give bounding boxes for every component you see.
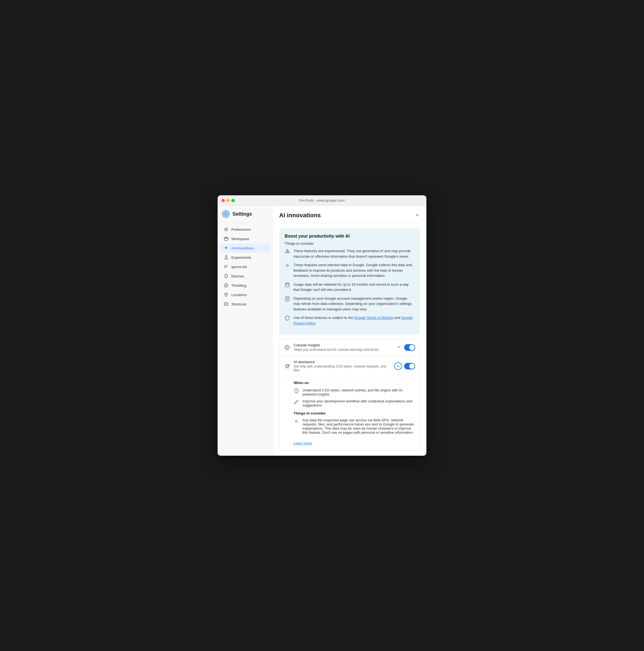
console-insights-toggle[interactable] [404,344,415,351]
svg-point-15 [287,349,287,350]
devices-label: Devices [231,274,244,278]
main-header: AI innovations × [279,211,420,224]
throttling-icon [224,283,228,288]
when-on-item-2: Improve your development workflow with c… [294,399,415,407]
maximize-traffic-light[interactable] [231,199,235,202]
info-item-google-data-text: These features send relevant data to Goo… [294,262,414,279]
sidebar-item-locations[interactable]: Locations [219,290,271,300]
when-on-item-1: Understand CSS styles, network activity,… [294,388,415,396]
svg-point-18 [296,390,297,390]
main-panel: AI innovations × Boost your productivity… [273,206,426,456]
minimize-traffic-light[interactable] [226,199,230,202]
info-item-terms: Use of these features is subject to the … [285,315,414,326]
info-item-account: Depending on your Google account managem… [285,296,414,312]
traffic-lights [221,199,235,202]
when-on-item-2-text: Improve your development workflow with c… [303,399,415,407]
console-insights-row: Console Insights Helps you understand an… [279,339,420,356]
console-insights-actions [396,344,415,351]
sidebar-item-ignore-list[interactable]: Ignore list [219,262,271,271]
calendar-icon [285,282,290,288]
sidebar: Settings Preferences [218,206,273,456]
ignore-list-label: Ignore list [231,265,247,269]
sidebar-item-throttling[interactable]: Throttling [219,281,271,290]
ai-innovations-label: AI innovations [231,246,254,250]
ai-assistance-desc: Get help with understanding CSS styles, … [294,365,391,372]
experiments-icon [224,255,228,260]
svg-point-2 [225,213,227,215]
svg-point-14 [286,347,288,348]
console-insights-content: Console Insights Helps you understand an… [294,343,393,351]
close-traffic-light[interactable] [221,199,225,202]
experiments-label: Experiments [231,255,251,259]
tos-link[interactable]: Google Terms of Service [354,316,393,320]
ai-assistance-actions [394,362,415,370]
experimental-icon [285,249,290,254]
ai-assistance-row: AI assistance Get help with understandin… [279,356,420,376]
google-icon-1: G [285,262,290,268]
ignore-list-icon [224,264,228,269]
info-item-retention: Usage data will be retained for up to 18… [285,282,414,292]
page-title: AI innovations [279,212,321,219]
devices-icon [224,274,228,279]
things-item: G Any data the inspected page can access… [294,418,415,435]
pencil-icon [294,399,299,405]
info-item-google-data: G These features send relevant data to G… [285,262,414,279]
things-to-consider-title: Things to consider [294,411,415,415]
sidebar-item-preferences[interactable]: Preferences [219,225,271,234]
info-box-title: Boost your productivity with AI [285,234,414,239]
ai-assistance-content: AI assistance Get help with understandin… [294,360,391,372]
info-item-retention-text: Usage data will be retained for up to 18… [294,282,414,292]
sidebar-item-devices[interactable]: Devices [219,271,271,281]
shortcuts-label: Shortcuts [231,302,246,306]
sidebar-item-shortcuts[interactable]: Shortcuts [219,300,271,309]
info-box-subtitle: Things to consider [285,242,414,246]
things-item-text: Any data the inspected page can access v… [303,418,415,435]
settings-window: DevTools - www.google.com/ Settings [218,195,426,456]
sidebar-item-experiments[interactable]: Experiments [219,253,271,262]
svg-rect-11 [285,283,289,287]
when-on-title: When on [294,381,415,385]
sidebar-title: Settings [233,211,252,217]
shield-icon [285,315,290,321]
sidebar-item-ai-innovations[interactable]: AI innovations [219,243,271,253]
info-item-terms-text: Use of these features is subject to the … [294,315,414,326]
info-item-account-text: Depending on your Google account managem… [294,296,414,312]
settings-logo-icon [222,210,230,218]
svg-point-16 [288,364,289,365]
throttling-label: Throttling [231,283,246,288]
info-item-experimental-text: These features are experimental. They us… [294,248,414,259]
ai-assistance-title: AI assistance [294,360,391,364]
svg-point-8 [226,294,227,295]
info-box: Boost your productivity with AI Things t… [279,228,420,335]
document-icon [285,296,290,302]
console-insights-icon [284,344,290,351]
ai-innovations-icon [224,246,228,250]
svg-rect-4 [224,238,228,240]
svg-point-10 [287,252,288,253]
ai-assistance-icon [284,363,290,369]
window-title: DevTools - www.google.com/ [299,198,345,203]
workspace-icon [224,236,228,241]
info-item-experimental: These features are experimental. They us… [285,248,414,259]
console-insights-title: Console Insights [294,343,393,347]
when-on-item-1-text: Understand CSS styles, network activity,… [303,388,415,396]
preferences-label: Preferences [231,227,251,231]
learn-more-link[interactable]: Learn more [294,441,312,445]
console-insights-desc: Helps you understand and fix console war… [294,348,393,351]
google-icon-2: G [294,418,299,424]
ai-assistance-chevron[interactable] [394,362,402,370]
svg-rect-9 [224,303,228,305]
privacy-link[interactable]: Google Privacy Policy [294,316,413,325]
close-button[interactable]: × [415,211,420,219]
preferences-icon [224,227,228,232]
locations-icon [224,292,228,297]
shortcuts-icon [224,302,228,307]
sidebar-header: Settings [218,210,272,222]
titlebar: DevTools - www.google.com/ [218,195,426,206]
sidebar-item-workspace[interactable]: Workspace [219,234,271,243]
svg-point-3 [225,229,227,230]
ai-assistance-expanded: When on Understand CSS styles, network a… [279,376,420,450]
ai-assistance-toggle[interactable] [404,363,415,369]
features-card: Console Insights Helps you understand an… [279,339,420,450]
console-insights-chevron[interactable] [396,344,402,351]
